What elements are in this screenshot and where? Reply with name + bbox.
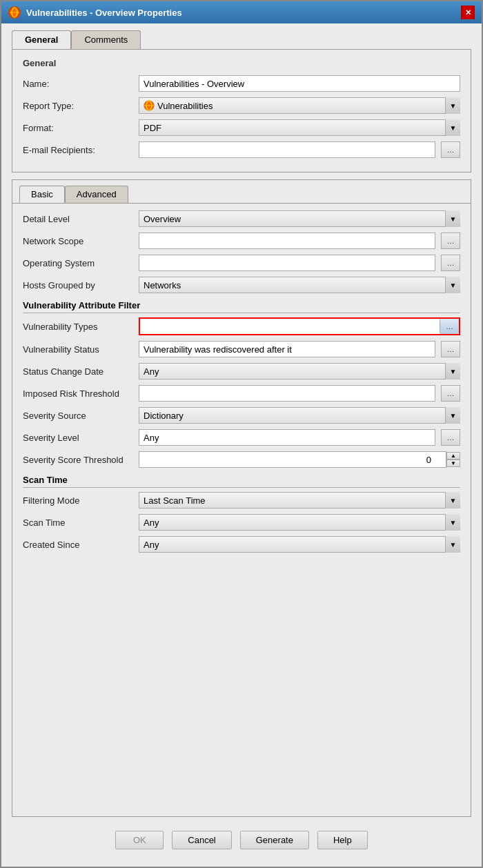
network-scope-row: Network Scope … <box>23 233 460 249</box>
status-change-date-select[interactable]: Any <box>139 363 460 379</box>
filtering-mode-wrapper: Last Scan Time Any Scan Time ▼ <box>139 492 460 509</box>
severity-level-input[interactable] <box>139 429 435 446</box>
os-row: Operating System … <box>23 255 460 271</box>
vuln-types-input[interactable] <box>140 319 440 334</box>
created-since-row: Created Since Any ▼ <box>23 536 460 553</box>
scan-time-label: Scan Time <box>23 517 133 528</box>
vuln-status-row: Vulnerability Status … <box>23 341 460 357</box>
created-since-select[interactable]: Any <box>139 536 460 553</box>
format-select[interactable]: PDF HTML CSV <box>139 119 460 136</box>
window-title: Vulnerabilities - Overview Properties <box>26 8 182 18</box>
severity-score-down[interactable]: ▼ <box>446 460 460 467</box>
vuln-types-label: Vulnerability Types <box>23 322 133 332</box>
close-button[interactable]: ✕ <box>461 6 475 19</box>
window-body: General Comments General Name: Report Ty… <box>1 23 482 867</box>
status-change-date-wrapper: Any ▼ <box>139 363 460 379</box>
hosts-grouped-wrapper: Networks Hosts ▼ <box>139 277 460 293</box>
severity-source-select[interactable]: Dictionary CVSS <box>139 407 460 424</box>
main-tab-bar: General Comments <box>12 30 471 49</box>
report-type-icon <box>144 100 155 111</box>
name-row: Name: <box>23 75 460 92</box>
vuln-status-input[interactable] <box>139 341 435 357</box>
filtering-mode-label: Filtering Mode <box>23 495 133 506</box>
report-type-display[interactable]: Vulnerabilities <box>139 97 460 114</box>
vuln-status-label: Vulnerability Status <box>23 344 133 355</box>
detail-level-row: Detail Level Overview Summary Full ▼ <box>23 210 460 227</box>
parameters-section: Basic Advanced Detail Level Overview Sum… <box>12 179 471 817</box>
params-tab-basic[interactable]: Basic <box>19 186 65 203</box>
format-row: Format: PDF HTML CSV ▼ <box>23 119 460 136</box>
name-label: Name: <box>23 79 133 89</box>
button-row: OK Cancel Generate Help <box>12 824 471 856</box>
vuln-types-browse-button[interactable]: … <box>440 319 459 334</box>
imposed-risk-row: Imposed Risk Threshold … <box>23 385 460 402</box>
title-bar-left: Vulnerabilities - Overview Properties <box>8 6 182 19</box>
created-since-wrapper: Any ▼ <box>139 536 460 553</box>
created-since-label: Created Since <box>23 540 133 550</box>
params-tab-bar: Basic Advanced <box>12 180 471 204</box>
scan-time-section-label: Scan Time <box>23 475 460 488</box>
detail-level-select[interactable]: Overview Summary Full <box>139 210 460 227</box>
status-change-date-row: Status Change Date Any ▼ <box>23 363 460 379</box>
hosts-grouped-label: Hosts Grouped by <box>23 280 133 290</box>
format-wrapper: PDF HTML CSV ▼ <box>139 119 460 136</box>
report-type-row: Report Type: Vulnerabilities ▼ <box>23 97 460 114</box>
params-tab-advanced[interactable]: Advanced <box>65 186 128 203</box>
network-scope-input[interactable] <box>139 233 435 249</box>
filtering-mode-row: Filtering Mode Last Scan Time Any Scan T… <box>23 492 460 509</box>
filtering-mode-select[interactable]: Last Scan Time Any Scan Time <box>139 492 460 509</box>
vuln-status-browse[interactable]: … <box>441 341 460 357</box>
hosts-grouped-row: Hosts Grouped by Networks Hosts ▼ <box>23 277 460 293</box>
email-row: E-mail Recipients: … <box>23 141 460 158</box>
severity-score-up[interactable]: ▲ <box>446 452 460 460</box>
detail-level-wrapper: Overview Summary Full ▼ <box>139 210 460 227</box>
scan-time-wrapper: Any ▼ <box>139 514 460 531</box>
vuln-types-row: Vulnerability Types … <box>23 317 460 335</box>
report-type-label: Report Type: <box>23 101 133 111</box>
report-type-value: Vulnerabilities <box>157 101 455 111</box>
filter-section-label: Vulnerability Attribute Filter <box>23 300 460 313</box>
severity-level-row: Severity Level … <box>23 429 460 446</box>
imposed-risk-browse[interactable]: … <box>441 385 460 402</box>
main-window: Vulnerabilities - Overview Properties ✕ … <box>0 0 483 868</box>
os-input[interactable] <box>139 255 435 271</box>
tab-comments[interactable]: Comments <box>71 30 141 49</box>
format-label: Format: <box>23 123 133 133</box>
report-type-wrapper: Vulnerabilities ▼ <box>139 97 460 114</box>
email-input[interactable] <box>139 141 435 158</box>
general-section-label: General <box>23 58 460 68</box>
tab-general[interactable]: General <box>12 30 71 49</box>
severity-score-label: Severity Score Threshold <box>23 455 133 465</box>
ok-button[interactable]: OK <box>115 831 164 849</box>
os-browse[interactable]: … <box>441 255 460 271</box>
severity-score-input[interactable] <box>139 451 446 468</box>
severity-level-label: Severity Level <box>23 433 133 443</box>
severity-score-row: Severity Score Threshold ▲ ▼ <box>23 451 460 468</box>
severity-score-input-wrapper: ▲ ▼ <box>139 451 460 468</box>
generate-button[interactable]: Generate <box>240 831 309 849</box>
severity-source-row: Severity Source Dictionary CVSS ▼ <box>23 407 460 424</box>
general-section: General Name: Report Type: Vulnerab <box>12 49 471 172</box>
title-bar: Vulnerabilities - Overview Properties ✕ <box>1 1 482 23</box>
network-scope-browse[interactable]: … <box>441 233 460 249</box>
email-browse-button[interactable]: … <box>441 141 460 158</box>
detail-level-label: Detail Level <box>23 214 133 224</box>
imposed-risk-input[interactable] <box>139 385 435 402</box>
app-icon <box>8 6 21 19</box>
os-label: Operating System <box>23 258 133 268</box>
imposed-risk-label: Imposed Risk Threshold <box>23 388 133 399</box>
cancel-button[interactable]: Cancel <box>172 831 231 849</box>
severity-level-browse[interactable]: … <box>441 429 460 446</box>
name-input[interactable] <box>139 75 460 92</box>
params-body: Detail Level Overview Summary Full ▼ Net… <box>12 204 471 569</box>
vuln-types-input-wrapper: … <box>139 317 460 335</box>
help-button[interactable]: Help <box>317 831 368 849</box>
hosts-grouped-select[interactable]: Networks Hosts <box>139 277 460 293</box>
severity-score-spinner: ▲ ▼ <box>446 452 460 467</box>
severity-source-label: Severity Source <box>23 411 133 421</box>
email-label: E-mail Recipients: <box>23 145 133 155</box>
status-change-date-label: Status Change Date <box>23 366 133 377</box>
scan-time-select[interactable]: Any <box>139 514 460 531</box>
severity-source-wrapper: Dictionary CVSS ▼ <box>139 407 460 424</box>
network-scope-label: Network Scope <box>23 236 133 246</box>
